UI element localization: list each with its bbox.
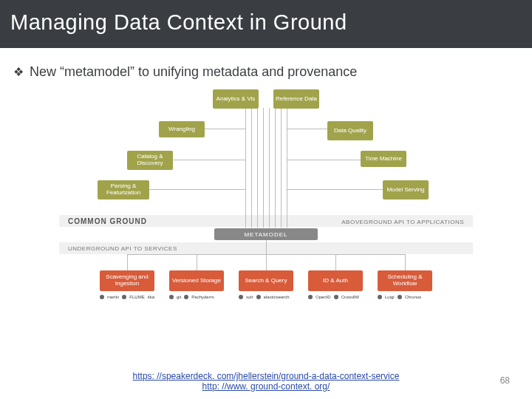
footer-links: https: //speakerdeck. com/jhellerstein/g… — [0, 371, 532, 392]
logo-icon — [184, 295, 188, 299]
logo-icon — [169, 295, 174, 299]
logo-icon — [100, 295, 104, 299]
logo-icon — [122, 295, 126, 299]
connector — [335, 254, 336, 270]
connector — [281, 108, 282, 228]
connector — [263, 108, 264, 228]
connector — [287, 108, 287, 228]
connector — [287, 129, 327, 129]
logo-text: FLUME — [129, 295, 144, 299]
logo-text: elasticsearch — [264, 295, 290, 299]
box-wrangling: Wrangling — [159, 121, 205, 137]
logos-id: OpenID CrowdIM — [308, 295, 363, 299]
box-serving: Model Serving — [383, 180, 429, 200]
metamodel-bar: METAMODEL — [214, 228, 318, 240]
logos-scheduling: Luigi Chronos — [378, 295, 432, 299]
box-time: Time Machine — [361, 151, 406, 167]
logo-icon — [378, 295, 382, 299]
logo-text: solr — [246, 295, 253, 299]
logo-text: CrowdIM — [341, 295, 359, 299]
label-above-api: ABOVEGROUND API TO APPLICATIONS — [341, 219, 464, 225]
bullet-icon: ❖ — [13, 65, 24, 79]
architecture-diagram: Analytics & Vis Reference Data Wrangling… — [59, 86, 473, 326]
logo-icon — [256, 295, 261, 299]
box-versioned: Versioned Storage — [169, 270, 224, 291]
connector — [287, 189, 383, 190]
connector — [251, 108, 252, 228]
link-speakerdeck[interactable]: https: //speakerdeck. com/jhellerstein/g… — [0, 371, 532, 381]
link-ground-context[interactable]: http: //www. ground-context. org/ — [0, 381, 532, 392]
slide-title: Managing Data Context in Ground — [10, 10, 522, 35]
logo-icon — [239, 295, 243, 299]
bullet-text: New “metamodel” to unifying metadata and… — [30, 64, 357, 80]
box-id: ID & Auth — [308, 270, 363, 291]
box-analytics: Analytics & Vis — [213, 89, 259, 109]
connector — [287, 160, 361, 160]
connector — [245, 108, 246, 228]
connector — [257, 108, 258, 228]
box-catalog: Catalog & Discovery — [127, 151, 173, 170]
bullet-row: ❖ New “metamodel” to unifying metadata a… — [0, 48, 532, 86]
connector — [149, 189, 245, 190]
box-scheduling: Scheduling & Workflow — [378, 270, 432, 291]
logo-icon — [308, 295, 313, 299]
connector — [205, 129, 245, 129]
connector — [405, 254, 406, 270]
box-parsing: Parsing & Featurization — [98, 180, 149, 200]
logos-scavenging: merlin FLUME tika — [100, 295, 154, 299]
connector — [266, 240, 267, 254]
logo-text: Pachyderm — [191, 295, 214, 299]
logo-text: tika — [148, 295, 154, 299]
connector — [269, 108, 270, 228]
label-below-api: UNDERGROUND API TO SERVICES — [68, 245, 177, 252]
logo-text: merlin — [107, 295, 119, 299]
logo-icon — [398, 295, 402, 299]
connector — [127, 254, 128, 270]
logo-text: Chronos — [405, 295, 422, 299]
logos-versioned: git Pachyderm — [169, 295, 224, 299]
logo-text: Luigi — [385, 295, 395, 299]
logo-text: OpenID — [316, 295, 331, 299]
box-search: Search & Query — [239, 270, 293, 291]
box-quality: Data Quality — [327, 121, 373, 140]
connector — [197, 254, 197, 270]
box-scavenging: Scavenging and Ingestion — [100, 270, 154, 291]
label-common-ground: COMMON GROUND — [68, 217, 147, 225]
connector — [266, 254, 267, 270]
title-bar: Managing Data Context in Ground — [0, 0, 532, 48]
logo-icon — [334, 295, 338, 299]
connector — [275, 108, 276, 228]
logo-text: git — [177, 295, 181, 299]
page-number: 68 — [500, 375, 510, 386]
connector — [127, 254, 405, 255]
connector — [173, 160, 245, 160]
box-reference: Reference Data — [273, 89, 319, 109]
logos-search: solr elasticsearch — [239, 295, 293, 299]
